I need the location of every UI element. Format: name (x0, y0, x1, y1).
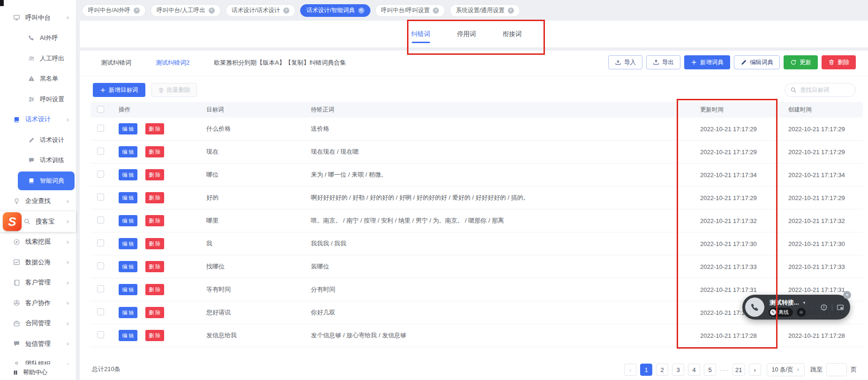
sidebar-item[interactable]: 呼叫设置 (0, 89, 76, 110)
top-tab[interactable]: 系统设置/通用设置× (450, 4, 520, 17)
sidebar-item[interactable]: 客户协作∨ (0, 293, 76, 313)
select-all-checkbox[interactable] (97, 106, 104, 113)
row-checkbox[interactable] (97, 331, 104, 338)
sidebar-item[interactable]: AI外呼 (0, 28, 76, 49)
alert-circle-icon[interactable] (820, 304, 828, 311)
chevron-down-icon[interactable]: ∨ (66, 219, 69, 224)
row-checkbox[interactable] (97, 148, 104, 155)
call-widget-title[interactable]: 测试转接... ▾ (770, 298, 805, 307)
delete-row-button[interactable]: 删 除 (145, 330, 164, 341)
row-checkbox[interactable] (97, 171, 104, 178)
dict-action-button[interactable]: 新增词典 (684, 55, 730, 69)
previous-page-button[interactable]: ‹ (624, 364, 636, 376)
word-type-tab[interactable]: 衔接词 (503, 30, 522, 38)
add-target-word-button[interactable]: 新增目标词 (93, 83, 145, 97)
page-button[interactable]: 2 (656, 364, 668, 376)
edit-row-button[interactable]: 编 辑 (119, 192, 137, 203)
row-checkbox[interactable] (97, 194, 104, 201)
close-tab-icon[interactable]: × (433, 7, 439, 14)
chevron-down-icon[interactable]: ∨ (66, 280, 69, 285)
page-button[interactable]: 1 (640, 364, 652, 376)
dict-action-button[interactable]: 导入 (608, 55, 642, 69)
sidebar-item[interactable]: 话术设计 (0, 130, 76, 150)
close-tab-icon[interactable]: × (134, 7, 140, 14)
word-type-tab[interactable]: 纠错词 (411, 30, 430, 38)
edit-row-button[interactable]: 编 辑 (119, 169, 137, 180)
edit-row-button[interactable]: 编 辑 (119, 123, 137, 134)
dictionary-tab[interactable]: 欧莱雅积分到期【版本A】【复制】纠错词典合集 (214, 59, 346, 67)
delete-row-button[interactable]: 删 除 (145, 307, 164, 318)
batch-delete-button[interactable]: 批量删除 (151, 83, 197, 97)
word-type-tab[interactable]: 停用词 (457, 30, 476, 38)
extension-logo[interactable]: S (3, 212, 22, 231)
row-checkbox[interactable] (97, 262, 104, 269)
edit-row-button[interactable]: 编 辑 (119, 284, 137, 295)
delete-row-button[interactable]: 删 除 (145, 215, 164, 226)
dictionary-tab[interactable]: 测试纠错词2 (156, 59, 189, 67)
page-button[interactable]: 4 (688, 364, 700, 376)
sidebar-item[interactable]: 合同管理∨ (0, 313, 76, 334)
edit-row-button[interactable]: 编 辑 (119, 146, 137, 157)
sidebar-item[interactable]: S搜客宝∨ (0, 211, 76, 232)
delete-row-button[interactable]: 删 除 (145, 284, 164, 295)
chevron-down-icon[interactable]: ∨ (66, 321, 69, 326)
chevron-up-icon[interactable]: ∧ (66, 117, 69, 122)
delete-row-button[interactable]: 删 除 (145, 146, 164, 157)
row-checkbox[interactable] (97, 308, 104, 315)
sidebar-item[interactable]: 线索挖掘∨ (0, 232, 76, 253)
delete-row-button[interactable]: 删 除 (145, 238, 164, 249)
edit-row-button[interactable]: 编 辑 (119, 330, 137, 341)
phone-icon[interactable] (745, 298, 764, 317)
close-tab-icon[interactable]: × (358, 7, 364, 14)
sidebar-item[interactable]: 企业查找∨ (0, 191, 76, 212)
delete-row-button[interactable]: 删 除 (145, 192, 164, 203)
agent-status-pill[interactable]: ✎ 离线 (769, 308, 793, 317)
sidebar-item-help-center[interactable]: 帮助中心 (0, 365, 76, 380)
dict-action-button[interactable]: 编辑词典 (734, 55, 780, 69)
page-button[interactable]: 5 (704, 364, 716, 376)
search-input[interactable] (800, 87, 850, 93)
chevron-down-icon[interactable]: ∨ (66, 260, 69, 265)
chevron-down-icon[interactable]: ∨ (66, 239, 69, 245)
chevron-down-icon[interactable]: ∨ (66, 300, 69, 305)
dict-action-button[interactable]: 删除 (822, 55, 856, 69)
row-checkbox[interactable] (97, 216, 104, 224)
top-tab[interactable]: 呼叫中台/AI外呼× (82, 4, 146, 17)
delete-row-button[interactable]: 删 除 (145, 123, 164, 134)
top-tab[interactable]: 话术设计/话术设计× (226, 4, 295, 17)
row-checkbox[interactable] (97, 239, 104, 246)
edit-row-button[interactable]: 编 辑 (119, 215, 137, 226)
sidebar-item[interactable]: 话术设计∧ (0, 110, 76, 130)
dictionary-tab[interactable]: 测试纠错词 (101, 59, 131, 67)
sidebar-item[interactable]: 客户管理∨ (0, 273, 76, 293)
close-tab-icon[interactable]: × (283, 7, 289, 14)
dict-action-button[interactable]: 更新 (784, 55, 818, 69)
edit-row-button[interactable]: 编 辑 (119, 261, 137, 272)
chevron-down-icon[interactable]: ∨ (66, 199, 69, 204)
chevron-up-icon[interactable]: ∧ (66, 15, 69, 20)
jump-page-input[interactable] (826, 363, 847, 376)
sidebar-item[interactable]: 短信管理∨ (0, 334, 76, 354)
sidebar-item[interactable]: 智能词典 (0, 171, 76, 191)
page-size-select[interactable]: 10 条/页 ∨ (767, 363, 805, 376)
gear-icon[interactable] (797, 308, 806, 317)
sidebar-item[interactable]: 数据公海∨ (0, 252, 76, 273)
chevron-down-icon[interactable]: ∨ (66, 341, 69, 346)
row-checkbox[interactable] (97, 285, 104, 292)
close-tab-icon[interactable]: × (209, 7, 215, 14)
top-tab[interactable]: 呼叫中台/人工呼出× (151, 4, 220, 17)
edit-row-button[interactable]: 编 辑 (119, 238, 137, 249)
dict-action-button[interactable]: 导出 (646, 55, 680, 69)
close-icon[interactable]: × (843, 291, 851, 299)
close-tab-icon[interactable]: × (508, 7, 514, 14)
delete-row-button[interactable]: 删 除 (145, 169, 164, 180)
next-page-button[interactable]: › (749, 364, 761, 376)
sidebar-item[interactable]: 黑名单 (0, 69, 76, 89)
delete-row-button[interactable]: 删 除 (145, 261, 164, 272)
row-checkbox[interactable] (97, 125, 104, 132)
pip-icon[interactable] (837, 304, 844, 311)
sidebar-item[interactable]: 话术训练 (0, 150, 76, 171)
top-tab[interactable]: 呼叫中台/呼叫设置× (375, 4, 445, 17)
page-button[interactable]: 21 (732, 364, 745, 376)
page-button[interactable]: 3 (672, 364, 684, 376)
